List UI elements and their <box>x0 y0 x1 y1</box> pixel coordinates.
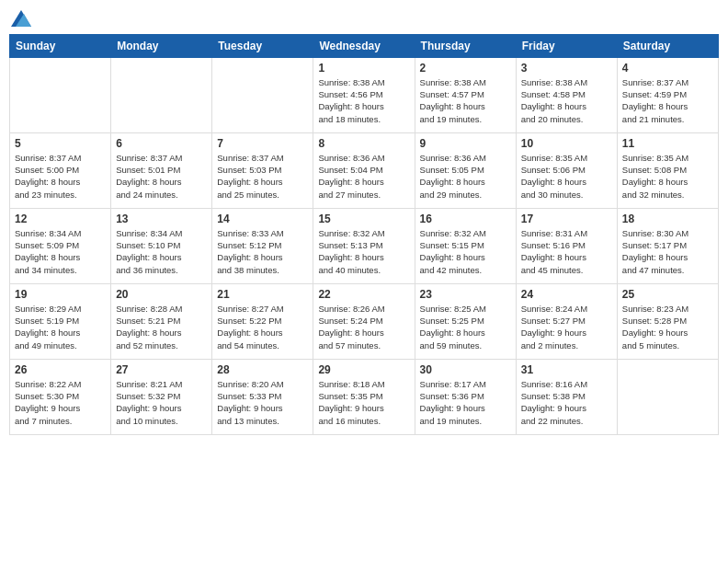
day-info: Sunrise: 8:36 AM Sunset: 5:05 PM Dayligh… <box>420 152 511 201</box>
day-cell-16: 16Sunrise: 8:32 AM Sunset: 5:15 PM Dayli… <box>415 208 516 283</box>
day-info: Sunrise: 8:32 AM Sunset: 5:13 PM Dayligh… <box>318 227 409 276</box>
day-number: 1 <box>318 62 409 75</box>
day-cell-13: 13Sunrise: 8:34 AM Sunset: 5:10 PM Dayli… <box>111 208 212 283</box>
day-cell-3: 3Sunrise: 8:38 AM Sunset: 4:58 PM Daylig… <box>516 57 617 132</box>
day-cell-7: 7Sunrise: 8:37 AM Sunset: 5:03 PM Daylig… <box>212 132 313 208</box>
day-info: Sunrise: 8:37 AM Sunset: 5:03 PM Dayligh… <box>217 152 308 201</box>
day-info: Sunrise: 8:18 AM Sunset: 5:35 PM Dayligh… <box>318 378 409 427</box>
day-number: 13 <box>116 213 207 225</box>
weekday-header-wednesday: Wednesday <box>313 34 415 57</box>
week-row-1: 1Sunrise: 8:38 AM Sunset: 4:56 PM Daylig… <box>10 57 719 132</box>
day-info: Sunrise: 8:17 AM Sunset: 5:36 PM Dayligh… <box>420 378 511 427</box>
day-cell-6: 6Sunrise: 8:37 AM Sunset: 5:01 PM Daylig… <box>111 132 212 208</box>
day-info: Sunrise: 8:22 AM Sunset: 5:30 PM Dayligh… <box>15 378 106 427</box>
empty-cell <box>617 359 718 434</box>
day-cell-10: 10Sunrise: 8:35 AM Sunset: 5:06 PM Dayli… <box>516 132 617 208</box>
weekday-header-row: SundayMondayTuesdayWednesdayThursdayFrid… <box>10 34 719 57</box>
day-info: Sunrise: 8:37 AM Sunset: 5:01 PM Dayligh… <box>116 152 207 201</box>
empty-cell <box>212 57 313 132</box>
day-number: 3 <box>521 62 612 75</box>
day-info: Sunrise: 8:29 AM Sunset: 5:19 PM Dayligh… <box>15 303 106 351</box>
weekday-header-tuesday: Tuesday <box>212 34 313 57</box>
day-info: Sunrise: 8:24 AM Sunset: 5:27 PM Dayligh… <box>521 303 612 351</box>
day-number: 19 <box>15 288 106 301</box>
logo-icon <box>11 10 31 27</box>
day-cell-19: 19Sunrise: 8:29 AM Sunset: 5:19 PM Dayli… <box>10 283 111 359</box>
weekday-header-monday: Monday <box>111 34 212 57</box>
day-number: 30 <box>420 363 511 376</box>
day-number: 27 <box>116 363 207 376</box>
day-number: 17 <box>521 213 612 225</box>
day-info: Sunrise: 8:16 AM Sunset: 5:38 PM Dayligh… <box>521 378 612 427</box>
day-number: 31 <box>521 363 612 376</box>
day-cell-8: 8Sunrise: 8:36 AM Sunset: 5:04 PM Daylig… <box>313 132 415 208</box>
day-cell-18: 18Sunrise: 8:30 AM Sunset: 5:17 PM Dayli… <box>617 208 718 283</box>
day-cell-30: 30Sunrise: 8:17 AM Sunset: 5:36 PM Dayli… <box>415 359 516 434</box>
day-info: Sunrise: 8:35 AM Sunset: 5:08 PM Dayligh… <box>622 152 713 201</box>
day-cell-9: 9Sunrise: 8:36 AM Sunset: 5:05 PM Daylig… <box>415 132 516 208</box>
day-cell-12: 12Sunrise: 8:34 AM Sunset: 5:09 PM Dayli… <box>10 208 111 283</box>
day-number: 12 <box>15 213 106 225</box>
day-info: Sunrise: 8:33 AM Sunset: 5:12 PM Dayligh… <box>217 227 308 276</box>
day-info: Sunrise: 8:37 AM Sunset: 5:00 PM Dayligh… <box>15 152 106 201</box>
day-info: Sunrise: 8:36 AM Sunset: 5:04 PM Dayligh… <box>318 152 409 201</box>
day-number: 4 <box>622 62 713 75</box>
day-info: Sunrise: 8:34 AM Sunset: 5:10 PM Dayligh… <box>116 227 207 276</box>
page: SundayMondayTuesdayWednesdayThursdayFrid… <box>0 0 728 563</box>
logo <box>9 9 31 27</box>
calendar: SundayMondayTuesdayWednesdayThursdayFrid… <box>9 34 719 435</box>
empty-cell <box>111 57 212 132</box>
day-number: 18 <box>622 213 713 225</box>
day-cell-26: 26Sunrise: 8:22 AM Sunset: 5:30 PM Dayli… <box>10 359 111 434</box>
day-cell-25: 25Sunrise: 8:23 AM Sunset: 5:28 PM Dayli… <box>617 283 718 359</box>
day-number: 2 <box>420 62 511 75</box>
day-number: 25 <box>622 288 713 301</box>
day-info: Sunrise: 8:38 AM Sunset: 4:56 PM Dayligh… <box>318 76 409 125</box>
day-info: Sunrise: 8:35 AM Sunset: 5:06 PM Dayligh… <box>521 152 612 201</box>
day-info: Sunrise: 8:31 AM Sunset: 5:16 PM Dayligh… <box>521 227 612 276</box>
day-number: 15 <box>318 213 409 225</box>
weekday-header-sunday: Sunday <box>10 34 111 57</box>
day-number: 8 <box>318 137 409 150</box>
day-cell-21: 21Sunrise: 8:27 AM Sunset: 5:22 PM Dayli… <box>212 283 313 359</box>
week-row-3: 12Sunrise: 8:34 AM Sunset: 5:09 PM Dayli… <box>10 208 719 283</box>
day-info: Sunrise: 8:38 AM Sunset: 4:58 PM Dayligh… <box>521 76 612 125</box>
day-number: 28 <box>217 363 308 376</box>
day-cell-27: 27Sunrise: 8:21 AM Sunset: 5:32 PM Dayli… <box>111 359 212 434</box>
day-cell-22: 22Sunrise: 8:26 AM Sunset: 5:24 PM Dayli… <box>313 283 415 359</box>
day-number: 16 <box>420 213 511 225</box>
week-row-4: 19Sunrise: 8:29 AM Sunset: 5:19 PM Dayli… <box>10 283 719 359</box>
day-number: 6 <box>116 137 207 150</box>
day-cell-5: 5Sunrise: 8:37 AM Sunset: 5:00 PM Daylig… <box>10 132 111 208</box>
weekday-header-friday: Friday <box>516 34 617 57</box>
day-info: Sunrise: 8:21 AM Sunset: 5:32 PM Dayligh… <box>116 378 207 427</box>
day-number: 7 <box>217 137 308 150</box>
day-number: 10 <box>521 137 612 150</box>
day-info: Sunrise: 8:23 AM Sunset: 5:28 PM Dayligh… <box>622 303 713 351</box>
day-info: Sunrise: 8:32 AM Sunset: 5:15 PM Dayligh… <box>420 227 511 276</box>
day-cell-24: 24Sunrise: 8:24 AM Sunset: 5:27 PM Dayli… <box>516 283 617 359</box>
day-cell-11: 11Sunrise: 8:35 AM Sunset: 5:08 PM Dayli… <box>617 132 718 208</box>
day-cell-15: 15Sunrise: 8:32 AM Sunset: 5:13 PM Dayli… <box>313 208 415 283</box>
week-row-5: 26Sunrise: 8:22 AM Sunset: 5:30 PM Dayli… <box>10 359 719 434</box>
day-number: 22 <box>318 288 409 301</box>
day-info: Sunrise: 8:38 AM Sunset: 4:57 PM Dayligh… <box>420 76 511 125</box>
day-cell-31: 31Sunrise: 8:16 AM Sunset: 5:38 PM Dayli… <box>516 359 617 434</box>
day-cell-28: 28Sunrise: 8:20 AM Sunset: 5:33 PM Dayli… <box>212 359 313 434</box>
day-cell-23: 23Sunrise: 8:25 AM Sunset: 5:25 PM Dayli… <box>415 283 516 359</box>
day-info: Sunrise: 8:30 AM Sunset: 5:17 PM Dayligh… <box>622 227 713 276</box>
day-cell-29: 29Sunrise: 8:18 AM Sunset: 5:35 PM Dayli… <box>313 359 415 434</box>
day-info: Sunrise: 8:20 AM Sunset: 5:33 PM Dayligh… <box>217 378 308 427</box>
day-cell-17: 17Sunrise: 8:31 AM Sunset: 5:16 PM Dayli… <box>516 208 617 283</box>
day-info: Sunrise: 8:25 AM Sunset: 5:25 PM Dayligh… <box>420 303 511 351</box>
day-number: 26 <box>15 363 106 376</box>
day-number: 11 <box>622 137 713 150</box>
day-number: 24 <box>521 288 612 301</box>
day-cell-1: 1Sunrise: 8:38 AM Sunset: 4:56 PM Daylig… <box>313 57 415 132</box>
day-info: Sunrise: 8:28 AM Sunset: 5:21 PM Dayligh… <box>116 303 207 351</box>
day-number: 14 <box>217 213 308 225</box>
day-number: 23 <box>420 288 511 301</box>
empty-cell <box>10 57 111 132</box>
day-number: 9 <box>420 137 511 150</box>
day-cell-14: 14Sunrise: 8:33 AM Sunset: 5:12 PM Dayli… <box>212 208 313 283</box>
